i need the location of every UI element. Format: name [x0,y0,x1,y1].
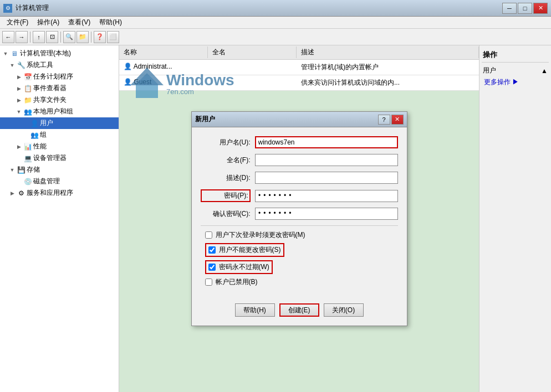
tree-label-task: 任务计划程序 [33,72,73,81]
tree-item-shared-folders[interactable]: ▶ 📁 共享文件夹 [0,94,119,106]
menu-action[interactable]: 操作(A) [33,17,64,28]
folder-button[interactable]: 📁 [76,31,89,43]
tree-arrow-services[interactable]: ▶ [9,190,16,197]
tree-label-root: 计算机管理(本地) [20,49,71,58]
tree-item-performance[interactable]: ▶ 📊 性能 [0,141,119,152]
tree-item-users[interactable]: 👤 用户 [0,117,119,129]
tree-arrow-root[interactable]: ▼ [2,50,9,57]
group-icon: 👥 [30,131,39,140]
tree-label-services: 服务和应用程序 [27,188,73,198]
toolbar-sep-1 [30,32,30,43]
dialog-title-buttons: ? ✕ [378,115,404,125]
window-title: 计算机管理 [16,3,502,13]
forward-button[interactable]: → [16,31,28,43]
up-button[interactable]: ↑ [33,31,45,43]
tree-arrow-local-users[interactable]: ▼ [16,109,22,115]
desc-input[interactable] [255,172,398,184]
confirm-label: 确认密码(C): [201,209,251,219]
tree-label-shared: 共享文件夹 [33,95,67,105]
password-input[interactable] [255,190,398,202]
password-never-expires-highlight: 密码永不过期(W) [205,260,273,274]
checkbox-row-3: 密码永不过期(W) [201,260,398,274]
help-button[interactable]: 帮助(H) [235,303,275,317]
tree-arrow-event[interactable]: ▶ [16,85,22,92]
tree-arrow-perf[interactable]: ▶ [16,143,22,150]
password-never-expires-checkbox[interactable] [208,264,216,271]
service-icon: ⚙ [17,189,25,198]
checkbox-row-2: 用户不能更改密码(S) [201,243,398,257]
tree-item-event-viewer[interactable]: ▶ 📋 事件查看器 [0,82,119,94]
user-icon: 👤 [30,119,39,128]
dialog-close-button[interactable]: 关闭(O) [324,303,364,317]
dialog-sep [201,225,398,226]
help-button[interactable]: ❓ [94,31,106,43]
search-button[interactable]: 🔍 [63,31,75,43]
tree-item-device-manager[interactable]: 💻 设备管理器 [0,152,119,164]
more-actions-link[interactable]: 更多操作 ▶ [482,76,549,88]
dialog-close-title-btn[interactable]: ✕ [391,115,404,125]
cannot-change-password-label: 用户不能更改密码(S) [219,245,281,255]
tree-item-system-tools[interactable]: ▼ 🔧 系统工具 [0,59,119,71]
tree-arrow-system-tools[interactable]: ▼ [9,62,16,69]
center-panel: Windows 7en.com 名称 全名 描述 👤 Administrat..… [119,45,479,392]
right-panel-title: 操作 [482,48,549,63]
account-disabled-checkbox[interactable] [205,278,212,286]
tools-icon: 🔧 [17,61,25,70]
tree-item-services[interactable]: ▶ ⚙ 服务和应用程序 [0,187,119,199]
tree-arrow-storage[interactable]: ▼ [9,167,16,173]
dialog-help-btn[interactable]: ? [378,115,390,125]
menu-help[interactable]: 帮助(H) [95,17,126,28]
tree-arrow-device [16,155,22,162]
password-never-expires-label: 密码永不过期(W) [219,262,269,272]
device-icon: 💻 [23,154,32,163]
menu-file[interactable]: 文件(F) [2,17,33,28]
tree-arrow-shared[interactable]: ▶ [16,97,22,104]
tree-item-storage[interactable]: ▼ 💾 存储 [0,164,119,176]
tree-arrow-task[interactable]: ▶ [16,74,22,80]
tree-item-disk-mgmt[interactable]: 💿 磁盘管理 [0,176,119,187]
tree-item-root[interactable]: ▼ 🖥 计算机管理(本地) [0,48,119,59]
close-button[interactable]: ✕ [533,3,548,14]
menu-bar: 文件(F) 操作(A) 查看(V) 帮助(H) [0,17,551,29]
fullname-input[interactable] [255,154,398,166]
main-layout: ▼ 🖥 计算机管理(本地) ▼ 🔧 系统工具 ▶ 📅 任务计划程序 ▶ 📋 事件… [0,45,551,392]
perf-icon: 📊 [23,142,32,151]
tree-item-task-scheduler[interactable]: ▶ 📅 任务计划程序 [0,71,119,82]
menu-view[interactable]: 查看(V) [64,17,95,28]
restore-button[interactable]: □ [518,3,532,14]
back-button[interactable]: ← [2,31,14,43]
tree-label-disk: 磁盘管理 [33,177,60,186]
username-input[interactable] [255,136,398,148]
minimize-button[interactable]: ─ [502,3,517,14]
tree-label-perf: 性能 [33,142,47,151]
confirm-password-input[interactable] [255,208,398,220]
computer-icon: 🖥 [10,49,19,58]
cannot-change-password-checkbox[interactable] [208,246,216,254]
toolbar-sep-2 [60,32,61,43]
tree-label-event: 事件查看器 [33,84,67,93]
tree-item-local-users[interactable]: ▼ 👥 本地用户和组 [0,106,119,117]
must-change-password-checkbox[interactable] [205,231,212,239]
shared-folder-icon: 📁 [23,96,32,105]
window-controls: ─ □ ✕ [502,3,548,14]
account-disabled-label: 帐户已禁用(B) [216,277,258,287]
extra-button[interactable]: ⬜ [107,31,119,43]
dialog-footer: 帮助(H) 创建(E) 关闭(O) [192,299,407,326]
tree-label-groups: 组 [40,130,47,140]
more-actions-arrow: ▶ [512,78,519,86]
create-button[interactable]: 创建(E) [279,303,319,317]
cannot-change-password-highlight: 用户不能更改密码(S) [205,243,284,257]
tree-label-device: 设备管理器 [33,153,67,163]
show-hide-button[interactable]: ⊡ [46,31,58,43]
confirm-password-row: 确认密码(C): [201,208,398,220]
task-icon: 📅 [23,73,32,81]
app-icon: ⚙ [3,4,12,13]
right-panel-users-section: 用户 ▲ [482,65,549,76]
toolbar: ← → ↑ ⊡ 🔍 📁 ❓ ⬜ [0,29,551,45]
right-panel: 操作 用户 ▲ 更多操作 ▶ [479,45,551,392]
tree-item-groups[interactable]: 👥 组 [0,129,119,141]
toolbar-sep-3 [91,32,91,43]
disk-icon: 💿 [23,177,32,186]
new-user-dialog: 新用户 ? ✕ 用户名(U): 全名(F): [191,111,407,326]
tree-label-users: 用户 [40,118,53,128]
